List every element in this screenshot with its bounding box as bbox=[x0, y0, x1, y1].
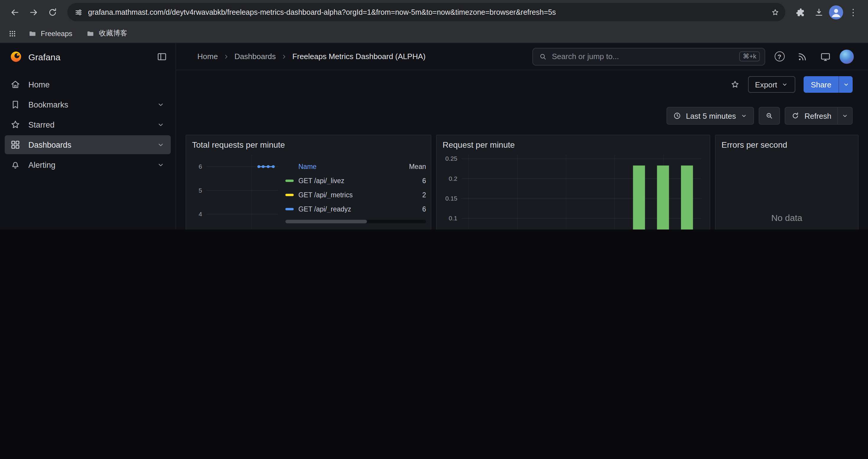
sidebar-item-label: Home bbox=[28, 80, 165, 89]
grafana-header: Home Dashboards Freeleaps Metrics Dashbo… bbox=[176, 43, 868, 70]
clock-icon bbox=[673, 112, 681, 120]
legend-col-name[interactable]: Name bbox=[285, 163, 388, 170]
grafana-logo[interactable] bbox=[9, 50, 23, 63]
zoom-out-button[interactable] bbox=[759, 107, 780, 125]
breadcrumb-home[interactable]: Home bbox=[197, 52, 218, 61]
no-data-message: No data bbox=[720, 151, 853, 230]
breadcrumb: Home Dashboards Freeleaps Metrics Dashbo… bbox=[197, 52, 426, 61]
bell-icon bbox=[10, 160, 21, 170]
chevron-down-icon bbox=[741, 112, 748, 119]
series-mean: 6 bbox=[393, 205, 426, 213]
sidebar-item-label: Alerting bbox=[28, 160, 149, 169]
help-icon[interactable]: ? bbox=[771, 47, 788, 65]
svg-text:6: 6 bbox=[198, 163, 202, 170]
series-name: GET /api/_readyz bbox=[299, 205, 388, 213]
svg-text:4: 4 bbox=[198, 210, 202, 218]
folder-icon bbox=[28, 29, 37, 37]
legend-row[interactable]: GET /api/_metrics 2 bbox=[285, 188, 426, 202]
overflow-menu-glyph: ⋮ bbox=[849, 8, 858, 17]
bookmark-label: Freeleaps bbox=[41, 29, 72, 37]
panel-title[interactable]: Request per minute bbox=[437, 135, 710, 151]
svg-text:0.15: 0.15 bbox=[445, 195, 457, 202]
favorite-star-icon[interactable] bbox=[730, 80, 740, 89]
share-label[interactable]: Share bbox=[804, 76, 838, 93]
series-mean: 2 bbox=[393, 191, 426, 198]
share-button[interactable]: Share bbox=[804, 76, 852, 93]
panel-total-requests-per-minute: Total requests per minute 2345617:40 Nam… bbox=[186, 135, 431, 230]
dashboard-actions-toolbar: Export Share bbox=[176, 76, 868, 93]
browser-profile-avatar[interactable] bbox=[829, 5, 843, 19]
time-range-label: Last 5 minutes bbox=[686, 111, 736, 120]
panel-request-per-minute: Request per minute 00.050.10.150.20.2517… bbox=[436, 135, 710, 230]
search-input[interactable] bbox=[552, 52, 735, 61]
url-text[interactable]: grafana.mathmast.com/d/deytv4rwavabkb/fr… bbox=[88, 8, 766, 16]
legend-col-mean[interactable]: Mean bbox=[393, 163, 426, 170]
legend-row[interactable]: GET /api/_livez 6 bbox=[285, 174, 426, 188]
series-mean: 6 bbox=[393, 177, 426, 184]
dashboards-grid-icon bbox=[10, 139, 21, 150]
sidebar-item-dashboards[interactable]: Dashboards bbox=[5, 135, 171, 154]
browser-menu-icon[interactable]: ⋮ bbox=[844, 3, 862, 21]
svg-text:0.25: 0.25 bbox=[445, 155, 457, 162]
reload-icon[interactable] bbox=[44, 3, 61, 21]
refresh-button[interactable]: Refresh bbox=[785, 107, 837, 124]
export-button[interactable]: Export bbox=[748, 76, 795, 93]
chevron-down-icon[interactable] bbox=[157, 121, 165, 129]
news-rss-icon[interactable] bbox=[794, 47, 811, 65]
search-box[interactable]: ⌘+k bbox=[532, 47, 765, 65]
time-range-picker[interactable]: Last 5 minutes bbox=[666, 107, 754, 125]
legend-scrollbar[interactable] bbox=[285, 220, 426, 223]
sidebar-item-starred[interactable]: Starred bbox=[5, 115, 171, 134]
timeseries-chart[interactable]: 2345617:40 bbox=[191, 151, 282, 230]
bookmark-item-freeleaps[interactable]: Freeleaps bbox=[24, 28, 77, 39]
panel-title[interactable]: Errors per second bbox=[716, 135, 858, 151]
chevron-down-icon[interactable] bbox=[157, 161, 165, 169]
extensions-icon[interactable] bbox=[791, 3, 809, 21]
brand-title: Grafana bbox=[28, 52, 151, 62]
scrollbar-thumb[interactable] bbox=[285, 220, 367, 223]
refresh-label: Refresh bbox=[804, 111, 831, 120]
panel-errors-per-second: Errors per second No data bbox=[715, 135, 859, 230]
sidebar-item-alerting[interactable]: Alerting bbox=[5, 155, 171, 174]
bookmark-icon bbox=[10, 99, 21, 110]
url-bar[interactable]: grafana.mathmast.com/d/deytv4rwavabkb/fr… bbox=[67, 3, 785, 21]
panel-title[interactable]: Total requests per minute bbox=[186, 135, 431, 151]
bookmark-item-blogs[interactable]: 收藏博客 bbox=[82, 27, 132, 40]
chevron-down-icon[interactable] bbox=[157, 140, 165, 149]
svg-text:5: 5 bbox=[198, 187, 202, 194]
series-swatch bbox=[285, 208, 294, 210]
forward-icon[interactable] bbox=[25, 3, 42, 21]
bar-chart[interactable]: 00.050.10.150.20.2517:37:0017:38:0017:39… bbox=[441, 151, 705, 230]
help-glyph: ? bbox=[777, 53, 781, 60]
chart-canvas: 00.050.10.150.20.2517:37:0017:38:0017:39… bbox=[441, 151, 705, 230]
chevron-right-icon bbox=[281, 53, 288, 60]
sidebar-item-bookmarks[interactable]: Bookmarks bbox=[5, 95, 171, 114]
share-dropdown-caret[interactable] bbox=[838, 76, 852, 93]
monitor-icon[interactable] bbox=[816, 47, 834, 65]
apps-grid-icon[interactable] bbox=[8, 29, 17, 37]
export-label: Export bbox=[755, 80, 777, 89]
downloads-icon[interactable] bbox=[810, 3, 828, 21]
sidebar-item-label: Dashboards bbox=[28, 140, 149, 149]
refresh-button-group: Refresh bbox=[785, 107, 852, 125]
series-swatch bbox=[285, 194, 294, 196]
star-icon bbox=[10, 119, 21, 130]
series-name: GET /api/_livez bbox=[299, 177, 388, 184]
bookmark-star-icon[interactable] bbox=[771, 8, 779, 16]
chevron-down-icon[interactable] bbox=[157, 100, 165, 109]
time-controls: Last 5 minutes Refresh bbox=[176, 107, 868, 125]
refresh-interval-caret[interactable] bbox=[837, 107, 852, 124]
breadcrumb-dashboards[interactable]: Dashboards bbox=[234, 52, 276, 61]
sidebar-item-label: Bookmarks bbox=[28, 100, 149, 109]
sidebar-item-home[interactable]: Home bbox=[5, 75, 171, 94]
bookmark-label: 收藏博客 bbox=[99, 28, 127, 38]
user-avatar[interactable] bbox=[840, 49, 854, 64]
back-icon[interactable] bbox=[6, 3, 24, 21]
panel-grid: Total requests per minute 2345617:40 Nam… bbox=[186, 135, 859, 230]
legend-table: Name Mean GET /api/_livez 6 bbox=[285, 151, 426, 230]
sidebar-collapse-icon[interactable] bbox=[157, 52, 167, 62]
svg-text:0.1: 0.1 bbox=[449, 215, 457, 222]
browser-toolbar: grafana.mathmast.com/d/deytv4rwavabkb/fr… bbox=[0, 0, 868, 24]
site-info-icon[interactable] bbox=[74, 8, 83, 16]
legend-row[interactable]: GET /api/_readyz 6 bbox=[285, 202, 426, 216]
